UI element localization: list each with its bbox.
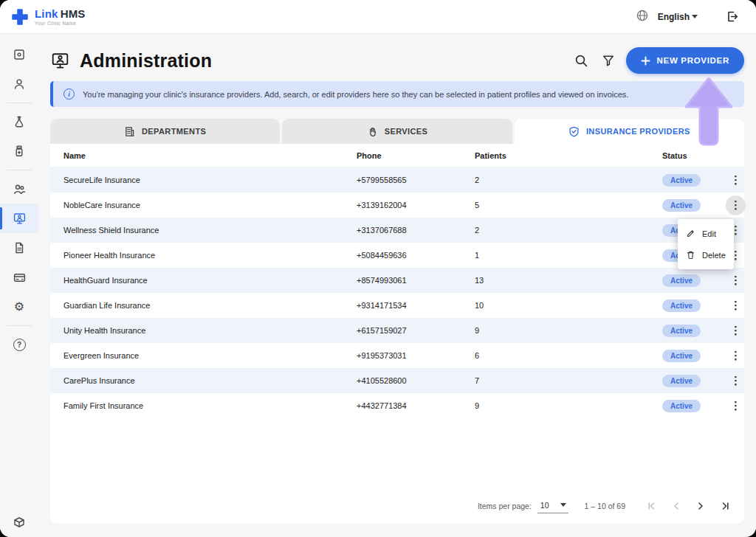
provider-phone: +3139162004: [357, 201, 475, 209]
tab-services[interactable]: SERVICES: [282, 119, 512, 144]
filter-button[interactable]: [599, 52, 617, 69]
sidebar-item-lab[interactable]: [0, 107, 38, 136]
status-badge: Active: [662, 375, 701, 387]
gear-icon: ⚙: [14, 301, 24, 313]
row-actions-button[interactable]: ⋮: [726, 321, 746, 341]
provider-phone: +9314171534: [357, 301, 475, 310]
sidebar-divider: [7, 103, 32, 103]
sidebar-item-settings[interactable]: ⚙: [0, 292, 38, 322]
provider-patients: 7: [475, 376, 662, 385]
table-row: Evergreen Insurance +9195373031 6 Active…: [50, 343, 744, 368]
kebab-icon: ⋮: [730, 374, 741, 387]
topbar-right: English: [636, 7, 741, 26]
status-badge: Active: [662, 350, 701, 362]
provider-name: Evergreen Insurance: [63, 351, 357, 360]
logout-button[interactable]: [723, 7, 741, 26]
provider-patients: 10: [475, 301, 662, 310]
next-page-button[interactable]: [693, 499, 708, 513]
context-menu-delete-label: Delete: [702, 251, 726, 260]
tab-insurance-providers[interactable]: INSURANCE PROVIDERS: [515, 119, 744, 144]
provider-patients: 2: [475, 226, 662, 235]
provider-phone: +9195373031: [357, 351, 475, 360]
provider-name: SecureLife Insurance: [63, 176, 357, 184]
first-page-button[interactable]: [645, 499, 659, 513]
provider-name: Guardian Life Insurance: [63, 301, 357, 310]
sidebar-item-patients[interactable]: [0, 69, 38, 99]
brand-text: LinkHMS Your Clinic Name: [35, 8, 86, 26]
sidebar-item-schedule[interactable]: [0, 40, 38, 69]
billing-card-icon: [13, 271, 27, 285]
administration-monitor-icon: [13, 212, 27, 226]
provider-phone: +5084459636: [357, 251, 475, 260]
new-provider-button[interactable]: NEW PROVIDER: [626, 47, 745, 74]
provider-name: HealthGuard Insurance: [63, 276, 357, 285]
items-per-page-select[interactable]: 10: [537, 499, 568, 513]
kebab-icon: ⋮: [730, 299, 741, 312]
row-actions-button[interactable]: ⋮: [726, 170, 746, 190]
filter-funnel-icon: [602, 54, 615, 67]
medicine-bottle-icon: [13, 145, 26, 158]
table-row: Unity Health Insurance +6157159027 9 Act…: [50, 318, 744, 343]
administration-title-icon: [50, 51, 70, 71]
first-page-icon: [646, 500, 658, 512]
previous-page-button[interactable]: [669, 499, 684, 513]
column-header-name: Name: [63, 151, 357, 160]
sidebar-item-billing[interactable]: [0, 263, 38, 292]
provider-name: NobleCare Insurance: [63, 201, 357, 209]
row-actions-button[interactable]: ⋮: [726, 296, 746, 316]
tab-insurance-providers-label: INSURANCE PROVIDERS: [586, 127, 690, 136]
kebab-icon: ⋮: [730, 274, 741, 287]
table-row: SecureLife Insurance +5799558565 2 Activ…: [50, 167, 744, 193]
chevron-down-icon: [692, 15, 698, 18]
services-hand-icon: [367, 126, 378, 137]
table-row: Family First Insurance +4432771384 9 Act…: [50, 393, 744, 418]
brand: LinkHMS Your Clinic Name: [10, 7, 86, 27]
row-actions-button-open[interactable]: ⋮: [726, 195, 746, 215]
title-actions: NEW PROVIDER: [572, 47, 745, 74]
sidebar-item-administration[interactable]: [0, 204, 38, 233]
sidebar-item-releases[interactable]: [0, 507, 38, 537]
brand-name-secondary: HMS: [61, 7, 86, 20]
schedule-icon: [13, 48, 26, 61]
row-actions-button[interactable]: ⋮: [726, 271, 746, 291]
row-actions-button[interactable]: ⋮: [726, 346, 746, 366]
sidebar-item-staff[interactable]: [0, 174, 38, 204]
provider-name: Family First Insurance: [63, 401, 357, 410]
new-provider-label: NEW PROVIDER: [657, 56, 730, 65]
kebab-icon: ⋮: [730, 399, 741, 412]
provider-patients: 9: [475, 326, 662, 335]
insurance-providers-panel: Name Phone Patients Status SecureLife In…: [50, 144, 744, 524]
info-banner-text: You're managing your clinic's insurance …: [83, 90, 628, 99]
table-row: NobleCare Insurance +3139162004 5 Active…: [50, 193, 744, 218]
row-actions-button[interactable]: ⋮: [726, 396, 746, 416]
provider-phone: +3137067688: [357, 226, 475, 235]
provider-patients: 13: [475, 276, 662, 285]
main-content: Administration NEW PROVIDER: [38, 34, 756, 537]
provider-phone: +4105528600: [357, 376, 475, 385]
row-actions-button[interactable]: ⋮: [726, 371, 746, 391]
tab-departments-label: DEPARTMENTS: [142, 127, 206, 136]
tab-departments[interactable]: DEPARTMENTS: [50, 119, 280, 144]
sidebar-item-documents[interactable]: [0, 233, 38, 263]
language-selector[interactable]: English: [656, 10, 700, 24]
shield-check-icon: [568, 126, 580, 137]
status-badge: Active: [662, 174, 701, 187]
departments-icon: [124, 126, 135, 137]
provider-name: Unity Health Insurance: [63, 326, 357, 335]
previous-page-icon: [670, 500, 682, 512]
brand-name-primary: Link: [35, 7, 58, 20]
title-row: Administration NEW PROVIDER: [50, 44, 744, 77]
sidebar-item-pharmacy[interactable]: [0, 136, 38, 166]
provider-patients: 6: [475, 351, 662, 360]
delete-trash-icon: [686, 250, 695, 260]
table-header-row: Name Phone Patients Status: [50, 144, 744, 167]
provider-patients: 9: [475, 401, 662, 410]
search-button[interactable]: [572, 52, 591, 70]
context-menu-edit[interactable]: Edit: [678, 223, 734, 244]
provider-phone: +5799558565: [357, 176, 475, 184]
sidebar-item-help[interactable]: ?: [0, 330, 38, 359]
info-banner: i You're managing your clinic's insuranc…: [50, 81, 744, 107]
last-page-button[interactable]: [718, 499, 732, 513]
context-menu-delete[interactable]: Delete: [678, 244, 734, 266]
topbar: LinkHMS Your Clinic Name English: [0, 0, 756, 34]
